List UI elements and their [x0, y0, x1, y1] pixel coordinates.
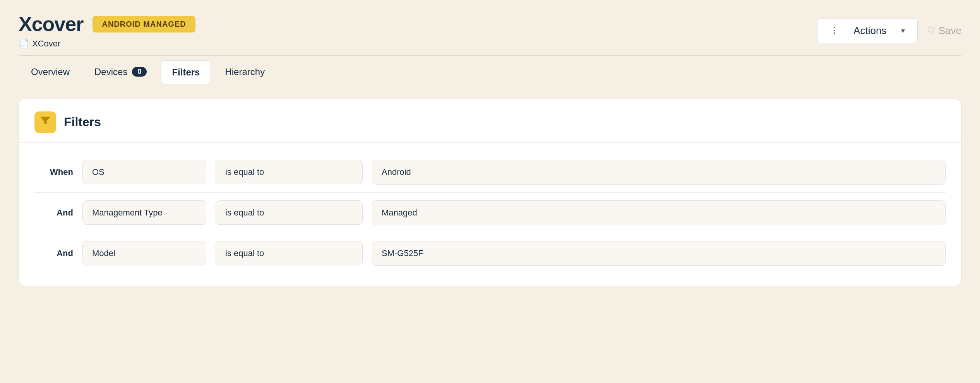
filter-field-1[interactable]: OS	[82, 160, 206, 184]
save-button[interactable]: ♡ Save	[927, 25, 961, 37]
tab-hierarchy[interactable]: Hierarchy	[212, 56, 277, 89]
tab-overview-label: Overview	[31, 67, 70, 77]
filter-connector-3: And	[34, 248, 73, 258]
main-content: Filters When OS is equal to Android And …	[0, 89, 980, 296]
tab-overview[interactable]: Overview	[19, 56, 82, 89]
tab-hierarchy-label: Hierarchy	[225, 67, 265, 77]
filter-connector-2: And	[34, 208, 73, 218]
tab-devices[interactable]: Devices 0	[82, 56, 159, 89]
filters-body: When OS is equal to Android And Manageme…	[19, 143, 961, 286]
header-left: Xcover ANDROID MANAGED 📄 XCover	[19, 12, 195, 49]
app-title: Xcover	[19, 12, 83, 36]
android-managed-badge: ANDROID MANAGED	[93, 16, 195, 32]
filter-icon-wrap	[34, 111, 56, 133]
filter-value-3[interactable]: SM-G525F	[372, 241, 946, 266]
tab-devices-label: Devices	[94, 67, 127, 77]
tab-filters[interactable]: Filters	[161, 60, 211, 84]
filter-value-2[interactable]: Managed	[372, 200, 946, 225]
filter-value-1[interactable]: Android	[372, 160, 946, 185]
devices-badge: 0	[132, 67, 147, 77]
tabs-row: Overview Devices 0 Filters Hierarchy	[0, 56, 980, 89]
header: Xcover ANDROID MANAGED 📄 XCover ⋮ Action…	[0, 0, 980, 55]
filter-row-3: And Model is equal to SM-G525F	[34, 233, 946, 274]
filter-funnel-icon	[39, 115, 51, 129]
filter-operator-1[interactable]: is equal to	[216, 160, 363, 184]
filter-row-2: And Management Type is equal to Managed	[34, 193, 946, 233]
actions-button[interactable]: ⋮ Actions ▾	[817, 18, 918, 43]
filter-field-2[interactable]: Management Type	[82, 200, 206, 225]
filter-operator-3[interactable]: is equal to	[216, 241, 363, 265]
filter-connector-1: When	[34, 167, 73, 177]
breadcrumb-label[interactable]: XCover	[32, 39, 60, 49]
header-title-row: Xcover ANDROID MANAGED	[19, 12, 195, 36]
filters-title: Filters	[64, 115, 101, 129]
heart-icon: ♡	[927, 25, 935, 36]
filters-header: Filters	[19, 99, 961, 143]
actions-label: Actions	[845, 25, 895, 37]
tab-filters-label: Filters	[172, 67, 200, 78]
filters-card: Filters When OS is equal to Android And …	[19, 99, 961, 286]
dots-icon: ⋮	[830, 26, 839, 36]
filter-field-3[interactable]: Model	[82, 241, 206, 265]
header-right: ⋮ Actions ▾ ♡ Save	[817, 18, 961, 43]
filter-operator-2[interactable]: is equal to	[216, 200, 363, 225]
document-icon: 📄	[19, 39, 29, 49]
save-label: Save	[939, 25, 961, 37]
filter-row-1: When OS is equal to Android	[34, 152, 946, 193]
chevron-down-icon: ▾	[901, 26, 905, 35]
breadcrumb: 📄 XCover	[19, 39, 195, 49]
